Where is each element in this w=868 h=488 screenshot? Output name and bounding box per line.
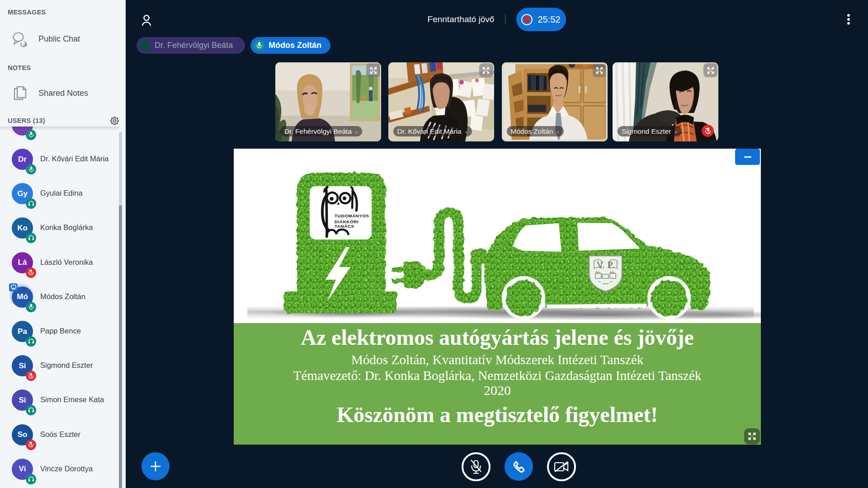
svg-text:V. P.: V. P. (596, 259, 614, 270)
svg-text:TANÁCS: TANÁCS (335, 224, 354, 229)
svg-text:TUDOMÁNYOS: TUDOMÁNYOS (335, 213, 369, 218)
